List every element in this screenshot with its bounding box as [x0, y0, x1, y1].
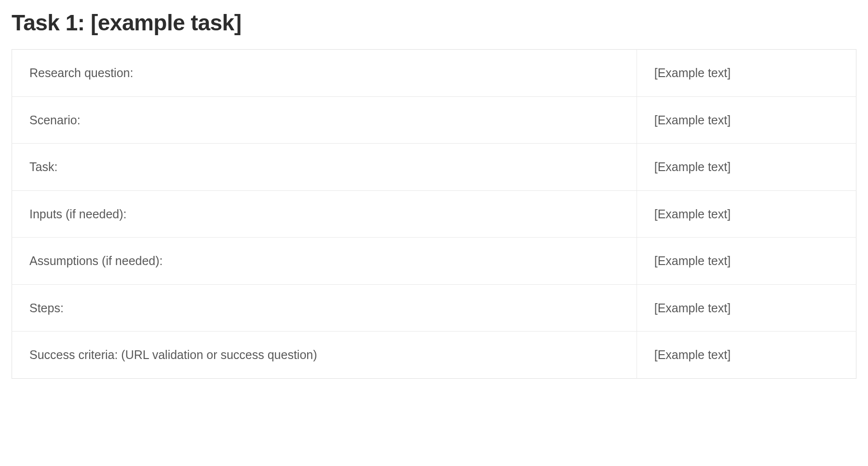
task-heading: Task 1: [example task] [12, 10, 856, 36]
table-row: Task: [Example text] [12, 144, 856, 191]
row-value-success-criteria: [Example text] [637, 332, 856, 379]
row-value-assumptions: [Example text] [637, 238, 856, 285]
task-definition-table: Research question: [Example text] Scenar… [12, 49, 856, 379]
row-value-research-question: [Example text] [637, 50, 856, 97]
row-label-scenario: Scenario: [12, 96, 637, 144]
row-label-inputs: Inputs (if needed): [12, 190, 637, 238]
row-value-steps: [Example text] [637, 284, 856, 332]
row-label-assumptions: Assumptions (if needed): [12, 238, 637, 285]
row-label-steps: Steps: [12, 284, 637, 332]
table-row: Success criteria: (URL validation or suc… [12, 332, 856, 379]
table-row: Scenario: [Example text] [12, 96, 856, 144]
row-value-scenario: [Example text] [637, 96, 856, 144]
row-value-inputs: [Example text] [637, 190, 856, 238]
table-row: Assumptions (if needed): [Example text] [12, 238, 856, 285]
row-value-task: [Example text] [637, 144, 856, 191]
table-row: Research question: [Example text] [12, 50, 856, 97]
row-label-success-criteria: Success criteria: (URL validation or suc… [12, 332, 637, 379]
table-row: Inputs (if needed): [Example text] [12, 190, 856, 238]
row-label-research-question: Research question: [12, 50, 637, 97]
table-row: Steps: [Example text] [12, 284, 856, 332]
row-label-task: Task: [12, 144, 637, 191]
